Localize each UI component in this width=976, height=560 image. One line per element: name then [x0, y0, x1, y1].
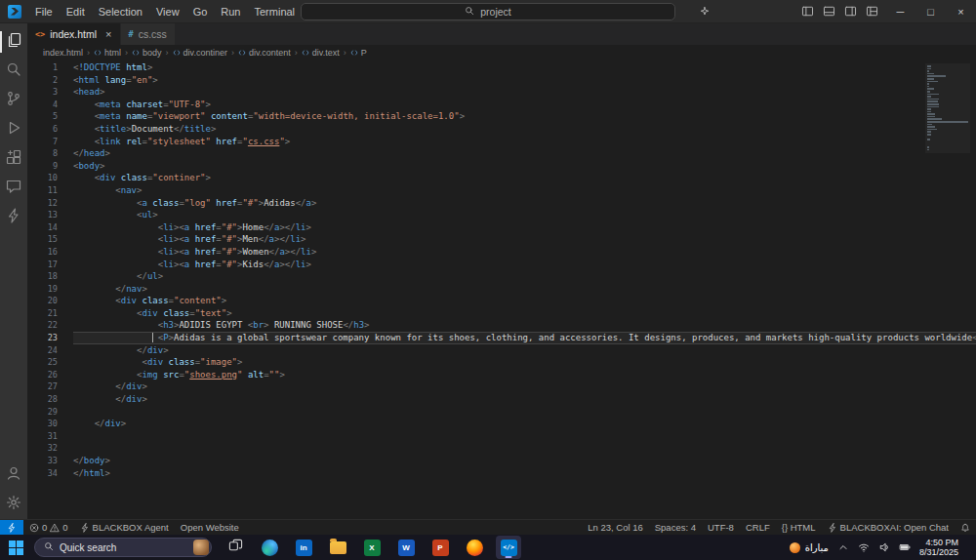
code-line-4: 4 <meta charset="UTF-8">: [27, 99, 976, 111]
code-line-13: 13 <ul>: [27, 209, 976, 221]
main-area: <>index.html×#cs.css index.html›html›bod…: [0, 23, 976, 519]
taskbar-app-linkedin[interactable]: in: [291, 536, 316, 559]
status-notifications[interactable]: [955, 520, 976, 535]
maximize-button[interactable]: □: [915, 0, 946, 23]
volume-icon[interactable]: [878, 541, 890, 553]
breadcrumb-item-P[interactable]: P: [350, 48, 367, 58]
code-editor[interactable]: 1<!DOCTYPE html>2<html lang="en">3<head>…: [27, 60, 976, 519]
desktop: FileEditSelectionViewGoRunTerminalHelp ←…: [0, 0, 976, 560]
copilot-icon[interactable]: [699, 6, 711, 18]
search-box[interactable]: project: [301, 3, 675, 20]
activitybar-search[interactable]: [0, 57, 27, 86]
breadcrumb-item-html[interactable]: html: [94, 48, 121, 58]
customize-layout-icon[interactable]: [866, 5, 878, 18]
breadcrumb-label: div.content: [249, 48, 291, 58]
status-blackbox-agent[interactable]: BLACKBOX Agent: [74, 520, 175, 535]
activitybar-accounts[interactable]: [0, 460, 27, 490]
tab-cs.css[interactable]: #cs.css: [121, 23, 176, 45]
status-encoding[interactable]: UTF-8: [702, 520, 740, 535]
taskbar-clock[interactable]: 4:50 PM 8/31/2025: [919, 538, 958, 558]
breadcrumb-item-index.html[interactable]: index.html: [43, 48, 83, 58]
status-bar: 00BLACKBOX AgentOpen Website Ln 23, Col …: [0, 519, 976, 535]
status-problems[interactable]: 00: [23, 520, 74, 535]
line-number: 23: [27, 332, 73, 344]
windows-logo-icon: [9, 540, 23, 555]
activitybar-blackbox-chat[interactable]: [0, 174, 27, 203]
line-number: 17: [27, 259, 73, 271]
menu-go[interactable]: Go: [186, 2, 215, 21]
menu-edit[interactable]: Edit: [60, 2, 92, 21]
status-right: Ln 23, Col 16Spaces: 4UTF-8CRLF{} HTMLBL…: [582, 520, 976, 535]
menu-terminal[interactable]: Terminal: [248, 2, 303, 21]
activitybar-explorer[interactable]: [0, 27, 27, 57]
start-button[interactable]: [4, 536, 27, 559]
line-number: 21: [27, 307, 73, 320]
breadcrumb-item-div.content[interactable]: div.content: [238, 48, 291, 58]
status-cursor-position[interactable]: Ln 23, Col 16: [582, 520, 649, 535]
wifi-icon[interactable]: [858, 541, 870, 553]
task-view-icon: [228, 539, 243, 557]
excel-icon: X: [364, 540, 381, 556]
taskbar-app-edge[interactable]: [257, 536, 282, 559]
close-tab-icon[interactable]: ×: [105, 28, 111, 40]
status-language-mode[interactable]: {} HTML: [776, 520, 822, 535]
menu-selection[interactable]: Selection: [92, 2, 149, 21]
line-number: 27: [27, 380, 73, 393]
taskbar-app-task-view[interactable]: [223, 536, 248, 559]
breadcrumb-label: div.text: [312, 48, 340, 58]
menu-run[interactable]: Run: [214, 2, 247, 21]
line-number: 4: [27, 99, 73, 111]
activitybar-source-control[interactable]: [0, 86, 27, 115]
breadcrumb-label: index.html: [43, 48, 83, 58]
code-line-24: 24 </div>: [27, 344, 976, 357]
gear-icon: [6, 495, 21, 514]
taskbar-app-firefox[interactable]: [462, 536, 487, 559]
code-line-18: 18 </ul>: [27, 270, 976, 283]
clock-date: 8/31/2025: [919, 547, 958, 557]
toggle-sidebar-icon[interactable]: [801, 5, 814, 18]
status-open-website[interactable]: Open Website: [175, 520, 245, 535]
code-line-9: 9<body>: [27, 160, 976, 173]
minimize-button[interactable]: ─: [885, 0, 915, 23]
activitybar-extensions[interactable]: [0, 144, 27, 174]
code-line-31: 31: [27, 430, 976, 443]
activitybar-run-debug[interactable]: [0, 115, 27, 144]
code-line-8: 8</head>: [27, 147, 976, 160]
code-line-33: 33</body>: [27, 455, 976, 467]
tab-index.html[interactable]: <>index.html×: [27, 23, 121, 45]
taskbar-app-excel[interactable]: X: [359, 536, 385, 559]
code-line-11: 11 <nav>: [27, 184, 976, 197]
code-line-28: 28 </div>: [27, 393, 976, 406]
taskbar-app-word[interactable]: W: [393, 536, 419, 559]
menu-file[interactable]: File: [28, 2, 60, 21]
taskbar-search[interactable]: Quick search: [34, 538, 212, 557]
breadcrumb-item-div.continer[interactable]: div.continer: [173, 48, 227, 58]
layout-controls: [801, 5, 878, 18]
activitybar-blackbox-ai[interactable]: [0, 203, 27, 232]
hidden-icons-chevron-icon[interactable]: [837, 541, 849, 553]
code-line-34: 34</html>: [27, 467, 976, 480]
taskbar-app-file-explorer[interactable]: [325, 536, 350, 559]
code-line-26: 26 <img src="shoes.png" alt="">: [27, 369, 976, 381]
tab-label: index.html: [50, 28, 97, 40]
status-blackboxai-chat[interactable]: BLACKBOXAI: Open Chat: [822, 520, 955, 535]
breadcrumb-item-div.text[interactable]: div.text: [302, 48, 340, 58]
activitybar-settings[interactable]: [0, 490, 27, 519]
breadcrumb-item-body[interactable]: body: [132, 48, 162, 58]
git-icon: [6, 91, 21, 110]
chat-icon: [6, 179, 21, 198]
toggle-secondary-sidebar-icon[interactable]: [844, 5, 857, 18]
line-number: 29: [27, 406, 73, 419]
menu-view[interactable]: View: [149, 2, 186, 21]
status-indentation[interactable]: Spaces: 4: [649, 520, 702, 535]
close-button[interactable]: ×: [946, 0, 976, 23]
taskbar-app-powerpoint[interactable]: P: [427, 536, 453, 559]
code-line-5: 5 <meta name="viewport" content="width=d…: [27, 110, 976, 123]
status-eol[interactable]: CRLF: [740, 520, 776, 535]
search-icon: [6, 61, 21, 81]
taskbar-app-vscode[interactable]: </>: [496, 536, 521, 559]
toggle-panel-icon[interactable]: [823, 5, 835, 18]
battery-icon[interactable]: [899, 541, 911, 553]
status-remote-indicator[interactable]: [0, 520, 23, 535]
taskbar-widget[interactable]: مباراة: [790, 542, 829, 553]
